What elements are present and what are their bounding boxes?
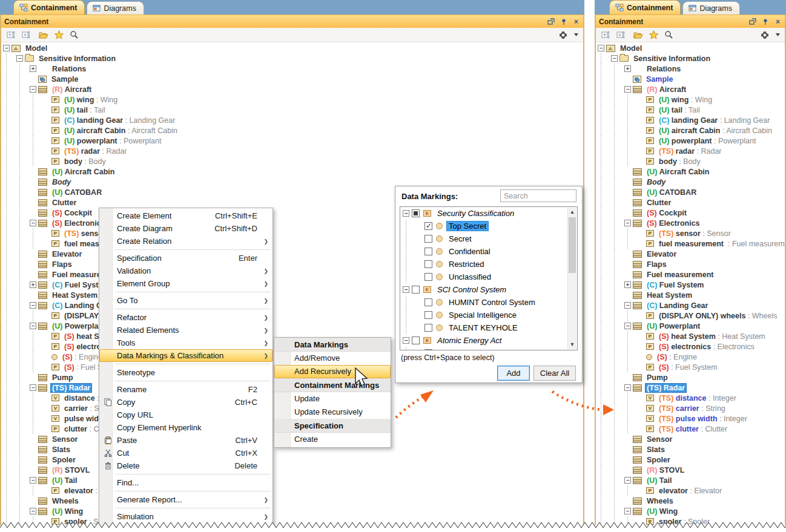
submenu-item-create[interactable]: Create: [274, 433, 391, 446]
expand-icon[interactable]: +: [624, 65, 631, 72]
collapse-all-icon[interactable]: [6, 30, 16, 40]
tree-item[interactable]: P(C) landing Gear : Landing Gear: [596, 115, 785, 125]
marking-row[interactable]: −ESecurity Classification: [400, 207, 577, 220]
close-icon[interactable]: ×: [572, 18, 580, 25]
collapse-icon[interactable]: −: [624, 384, 631, 391]
open-folder-icon[interactable]: [39, 30, 48, 40]
tree-item[interactable]: −(U) Wing: [596, 506, 785, 516]
collapse-icon[interactable]: −: [16, 55, 23, 62]
menu-item-generate-report[interactable]: Generate Report...❯: [99, 493, 272, 506]
favorites-icon[interactable]: [54, 30, 64, 40]
tree-item[interactable]: −(TS) Radar: [596, 383, 785, 393]
tree-item[interactable]: P(U) wing : Wing: [596, 94, 785, 105]
tree-item[interactable]: V(TS) carrier : String: [596, 403, 785, 413]
scroll-thumb[interactable]: [569, 217, 576, 273]
tree-item[interactable]: −(U) Wing: [1, 506, 583, 516]
tree-item[interactable]: P(U) aircraft Cabin : Aircraft Cabin: [1, 125, 583, 136]
collapse-all-icon[interactable]: [601, 30, 610, 40]
marking-checkbox[interactable]: [412, 209, 420, 217]
tree-item[interactable]: −Sensitive Information: [596, 53, 785, 64]
tree-item[interactable]: P(TS) sensor : Sensor: [596, 228, 785, 238]
settings-caret-icon[interactable]: [775, 30, 780, 40]
search-icon[interactable]: [664, 30, 673, 40]
menu-item-create-relation[interactable]: Create Relation❯: [99, 235, 272, 248]
pin-icon[interactable]: [761, 18, 769, 25]
submenu-item-update[interactable]: Update: [274, 392, 391, 406]
menu-item-create-element[interactable]: Create ElementCtrl+Shift+E: [99, 209, 272, 222]
float-icon[interactable]: [748, 18, 756, 25]
tree-item[interactable]: Flaps: [596, 259, 785, 269]
tree-item[interactable]: Wheels: [1, 496, 583, 506]
marking-checkbox[interactable]: [424, 222, 432, 230]
marking-checkbox[interactable]: [424, 260, 432, 268]
tree-item[interactable]: P(S) electronics : Electronics: [596, 341, 785, 352]
tree-item[interactable]: −(U) Tail: [1, 475, 583, 485]
marking-row[interactable]: Special Intelligence: [400, 309, 577, 321]
marking-row[interactable]: −EAtomic Energy Act: [400, 334, 577, 347]
menu-item-create-diagram[interactable]: Create DiagramCtrl+Shift+D: [99, 222, 272, 235]
tree-item[interactable]: −(S) Electronics: [596, 218, 785, 228]
menu-item-related-elements[interactable]: Related Elements❯: [99, 324, 272, 337]
favorites-icon[interactable]: [649, 30, 658, 40]
collapse-icon[interactable]: −: [624, 220, 631, 226]
menu-item-find[interactable]: Find...: [99, 476, 272, 489]
pin-icon[interactable]: [560, 18, 567, 25]
menu-item-cut[interactable]: CutCtrl+X: [99, 447, 272, 459]
marking-row[interactable]: Top Secret: [400, 220, 577, 232]
tree-item[interactable]: Slats: [596, 444, 785, 455]
menu-item-copy[interactable]: CopyCtrl+C: [99, 396, 272, 409]
tree-item[interactable]: P(U) powerplant : Powerplant: [1, 136, 583, 146]
collapse-icon[interactable]: −: [611, 55, 618, 62]
collapse-selected-icon[interactable]: [616, 30, 626, 40]
menu-item-copy-element-hyperlink[interactable]: Copy Element Hyperlink: [99, 421, 272, 434]
menu-item-stereotype[interactable]: Stereotype: [99, 366, 272, 379]
marking-row[interactable]: Confidential: [400, 245, 577, 258]
tab-containment[interactable]: Containment: [13, 0, 85, 15]
tree-item[interactable]: +(C) Fuel System: [596, 280, 785, 290]
tree-item[interactable]: Pspoler : Spoler: [1, 516, 583, 525]
tree-item[interactable]: P(TS) clutter : Clutter: [596, 424, 785, 434]
tree-item[interactable]: Pump: [596, 372, 785, 383]
marking-row[interactable]: HUMINT Control System: [400, 296, 577, 309]
tab-diagrams[interactable]: Diagrams: [87, 1, 144, 15]
collapse-selected-icon[interactable]: [21, 30, 31, 40]
marking-checkbox[interactable]: [424, 349, 432, 350]
tree-item[interactable]: Pelevator : Elevator: [596, 485, 785, 496]
collapse-icon[interactable]: −: [30, 220, 36, 226]
tree-item[interactable]: P(U) tail : Tail: [1, 105, 583, 115]
tree-item[interactable]: −(R) Aircraft: [596, 84, 785, 94]
collapse-icon[interactable]: −: [403, 337, 409, 344]
collapse-icon[interactable]: −: [30, 508, 36, 514]
marking-checkbox[interactable]: [412, 337, 420, 344]
scrollbar[interactable]: ▲ ▼: [567, 208, 576, 349]
menu-item-delete[interactable]: DeleteDelete: [99, 459, 272, 472]
menu-item-rename[interactable]: RenameF2: [99, 383, 272, 396]
tree-item[interactable]: Body: [596, 177, 785, 187]
collapse-icon[interactable]: −: [624, 86, 631, 93]
float-icon[interactable]: [547, 18, 555, 25]
marking-row[interactable]: [400, 347, 577, 350]
settings-icon[interactable]: [558, 30, 568, 40]
marking-row[interactable]: Secret: [400, 232, 577, 245]
marking-row[interactable]: Unclassified: [400, 271, 577, 283]
marking-checkbox[interactable]: [424, 311, 432, 319]
tree-item[interactable]: Pbody : Body: [596, 156, 785, 166]
tree-item[interactable]: P(C) landing Gear : Landing Gear: [1, 115, 583, 125]
tree-item[interactable]: Elevator: [596, 249, 785, 259]
tree-item[interactable]: P(TS) radar : Radar: [596, 146, 785, 156]
tree-item[interactable]: −Model: [1, 43, 583, 53]
add-button[interactable]: Add: [497, 366, 530, 381]
expand-icon[interactable]: +: [30, 65, 36, 72]
collapse-icon[interactable]: −: [624, 323, 631, 329]
marking-row[interactable]: −ESCI Control System: [400, 283, 577, 296]
marking-checkbox[interactable]: [424, 235, 432, 243]
menu-item-language[interactable]: Language❯: [99, 523, 272, 532]
tree-item[interactable]: Pbody : Body: [1, 156, 583, 166]
menu-item-paste[interactable]: PasteCtrl+V: [99, 434, 272, 447]
tree-item[interactable]: Heat System: [596, 290, 785, 300]
collapse-icon[interactable]: −: [624, 477, 631, 484]
marking-row[interactable]: TALENT KEYHOLE: [400, 321, 577, 334]
menu-item-validation[interactable]: Validation❯: [99, 264, 272, 277]
tree-item[interactable]: +Relations: [596, 64, 785, 74]
tree-item[interactable]: Pfuel measurement : Fuel measurement: [596, 238, 785, 249]
